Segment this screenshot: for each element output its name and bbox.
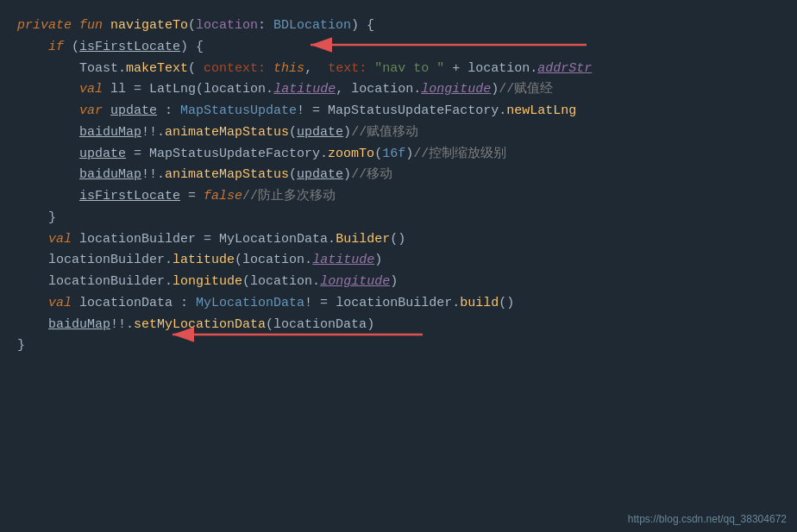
watermark: https://blog.csdn.net/qq_38304672 [628,513,787,525]
code-line-15: baiduMap!!.setMyLocationData(locationDat… [17,315,780,336]
code-line-10: } [17,208,780,229]
code-line-13: locationBuilder.longitude(location.longi… [17,272,780,293]
code-line-7: update = MapStatusUpdateFactory.zoomTo(1… [17,144,780,166]
code-line-12: locationBuilder.latitude(location.latitu… [17,250,780,272]
code-line-1: private fun navigateTo(location: BDLocat… [17,16,780,37]
code-line-9: isFirstLocate = false//防止多次移动 [17,186,780,208]
code-line-4: val ll = LatLng(location.latitude, locat… [17,79,780,101]
code-line-2: if (isFirstLocate) { [17,37,780,59]
code-line-14: val locationData : MyLocationData! = loc… [17,293,780,315]
code-block: private fun navigateTo(location: BDLocat… [0,0,797,372]
code-line-6: baiduMap!!.animateMapStatus(update)//赋值移… [17,122,780,144]
code-line-8: baiduMap!!.animateMapStatus(update)//移动 [17,165,780,186]
code-line-3: Toast.makeText( context: this, text: "na… [17,59,780,80]
code-line-11: val locationBuilder = MyLocationData.Bui… [17,229,780,251]
code-line-16: } [17,335,780,357]
code-line-5: var update : MapStatusUpdate! = MapStatu… [17,101,780,122]
